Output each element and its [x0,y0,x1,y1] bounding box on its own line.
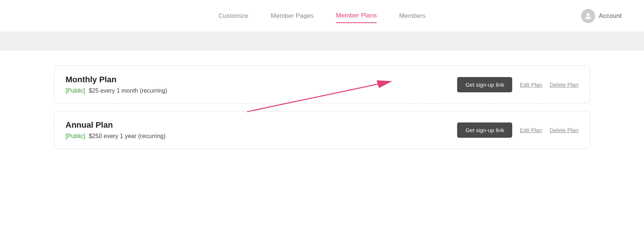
plan-info-monthly: Monthly Plan [Public] $25 every 1 month … [66,75,457,94]
nav-members[interactable]: Members [399,9,425,23]
main-nav: Customize Member Pages Member Plans Memb… [219,9,425,23]
plan-pricing-monthly: $25 every 1 month (recurring) [89,87,167,94]
nav-customize[interactable]: Customize [219,9,248,23]
edit-plan-button-annual[interactable]: Edit Plan [520,127,542,133]
plan-badge-monthly: [Public] [66,87,85,94]
account-label: Account [599,12,622,20]
main-content: Monthly Plan [Public] $25 every 1 month … [24,51,620,171]
delete-plan-button-annual[interactable]: Delete Plan [549,127,578,133]
delete-plan-button-monthly[interactable]: Delete Plan [549,82,578,88]
subheader-bar [0,32,644,51]
plan-info-annual: Annual Plan [Public] $250 every 1 year (… [66,120,457,140]
nav-member-plans[interactable]: Member Plans [336,9,377,23]
get-signup-link-button-monthly[interactable]: Get sign-up link [457,77,512,92]
get-signup-link-button-annual[interactable]: Get sign-up link [457,122,512,138]
plan-card-annual: Annual Plan [Public] $250 every 1 year (… [54,111,590,149]
account-icon [581,9,595,23]
plan-badge-annual: [Public] [66,133,85,140]
plan-details-monthly: [Public] $25 every 1 month (recurring) [66,87,457,94]
plan-name-annual: Annual Plan [66,120,457,130]
edit-plan-button-monthly[interactable]: Edit Plan [520,82,542,88]
plan-name-monthly: Monthly Plan [66,75,457,85]
svg-point-0 [587,13,590,16]
plan-card-monthly: Monthly Plan [Public] $25 every 1 month … [54,66,590,103]
nav-member-pages[interactable]: Member Pages [271,9,313,23]
plan-actions-monthly: Get sign-up link Edit Plan Delete Plan [457,77,578,92]
header: Customize Member Pages Member Plans Memb… [0,0,644,32]
plan-pricing-annual: $250 every 1 year (recurring) [89,133,165,140]
account-section[interactable]: Account [581,9,622,23]
plan-actions-annual: Get sign-up link Edit Plan Delete Plan [457,122,578,138]
plan-details-annual: [Public] $250 every 1 year (recurring) [66,133,457,140]
